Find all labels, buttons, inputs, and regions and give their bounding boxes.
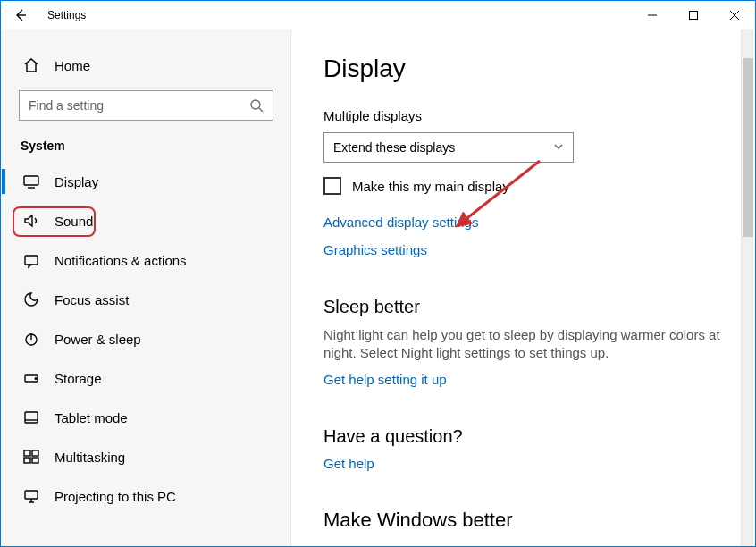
checkbox-icon[interactable]	[323, 177, 341, 195]
get-help-link[interactable]: Get help	[323, 456, 374, 471]
sidebar-item-label: Power & sleep	[55, 332, 141, 347]
svg-rect-2	[24, 176, 38, 185]
dropdown-value: Extend these displays	[333, 140, 455, 155]
storage-icon	[22, 369, 40, 387]
home-icon	[22, 56, 40, 74]
sidebar-group-title: System	[1, 121, 291, 162]
sidebar-item-tablet-mode[interactable]: Tablet mode	[1, 398, 291, 437]
sidebar-item-display[interactable]: Display	[1, 162, 291, 201]
sleep-better-desc: Night light can help you get to sleep by…	[323, 326, 728, 363]
search-input[interactable]	[19, 90, 273, 121]
window-controls	[632, 1, 755, 29]
search-icon	[249, 98, 264, 113]
sidebar-item-label: Notifications & actions	[55, 253, 187, 268]
minimize-button[interactable]	[632, 1, 673, 29]
sidebar: Home System Display Sound Notification	[1, 29, 291, 546]
sidebar-item-label: Tablet mode	[55, 410, 128, 425]
svg-rect-8	[24, 450, 30, 456]
focus-assist-icon	[22, 290, 40, 308]
projecting-icon	[22, 487, 40, 505]
svg-rect-3	[25, 256, 38, 265]
sidebar-item-label: Storage	[55, 371, 102, 386]
sidebar-item-label: Sound	[55, 214, 93, 229]
close-icon	[730, 11, 739, 20]
sidebar-item-multitasking[interactable]: Multitasking	[1, 437, 291, 476]
close-button[interactable]	[714, 1, 755, 29]
sidebar-item-power-sleep[interactable]: Power & sleep	[1, 319, 291, 358]
sidebar-item-label: Focus assist	[55, 292, 129, 307]
multiple-displays-dropdown[interactable]: Extend these displays	[323, 132, 574, 163]
chevron-down-icon	[553, 140, 564, 155]
sidebar-item-sound[interactable]: Sound	[1, 201, 291, 240]
sidebar-item-label: Home	[55, 58, 90, 73]
main-panel: Display Multiple displays Extend these d…	[291, 29, 755, 546]
sidebar-item-projecting[interactable]: Projecting to this PC	[1, 476, 291, 516]
sidebar-item-storage[interactable]: Storage	[1, 358, 291, 398]
main-display-checkbox-row[interactable]: Make this my main display	[323, 177, 728, 195]
power-icon	[22, 330, 40, 348]
checkbox-label: Make this my main display	[352, 179, 509, 194]
svg-rect-10	[24, 458, 30, 463]
make-windows-better-heading: Make Windows better	[323, 509, 728, 532]
question-heading: Have a question?	[323, 426, 728, 447]
minimize-icon	[648, 11, 657, 20]
svg-point-1	[251, 100, 260, 109]
sidebar-item-notifications[interactable]: Notifications & actions	[1, 240, 291, 280]
app-title: Settings	[47, 9, 86, 21]
sidebar-item-label: Multitasking	[55, 450, 125, 465]
multiple-displays-label: Multiple displays	[323, 108, 728, 123]
tablet-icon	[22, 408, 40, 426]
sidebar-item-label: Projecting to this PC	[55, 489, 176, 504]
sidebar-item-home[interactable]: Home	[1, 49, 291, 81]
sidebar-item-focus-assist[interactable]: Focus assist	[1, 280, 291, 319]
sleep-better-heading: Sleep better	[323, 297, 728, 317]
svg-rect-0	[690, 12, 698, 20]
notifications-icon	[22, 251, 40, 269]
advanced-display-link[interactable]: Advanced display settings	[323, 215, 478, 230]
multitasking-icon	[22, 448, 40, 466]
content-wrap: Home System Display Sound Notification	[1, 29, 755, 546]
sidebar-item-label: Display	[55, 174, 98, 189]
search-field[interactable]	[29, 98, 249, 113]
maximize-icon	[689, 11, 698, 20]
display-icon	[22, 173, 40, 190]
maximize-button[interactable]	[673, 1, 714, 29]
sleep-help-link[interactable]: Get help setting it up	[323, 372, 447, 387]
arrow-left-icon	[13, 8, 28, 22]
titlebar: Settings	[1, 1, 755, 29]
svg-rect-9	[32, 450, 38, 456]
svg-rect-11	[32, 458, 38, 463]
graphics-settings-link[interactable]: Graphics settings	[323, 242, 427, 257]
svg-rect-12	[25, 491, 38, 499]
svg-rect-7	[25, 412, 38, 423]
back-button[interactable]	[1, 1, 40, 29]
scrollbar-thumb[interactable]	[743, 58, 753, 237]
page-title: Display	[323, 55, 728, 83]
svg-point-6	[35, 378, 37, 380]
sound-icon	[22, 212, 40, 230]
